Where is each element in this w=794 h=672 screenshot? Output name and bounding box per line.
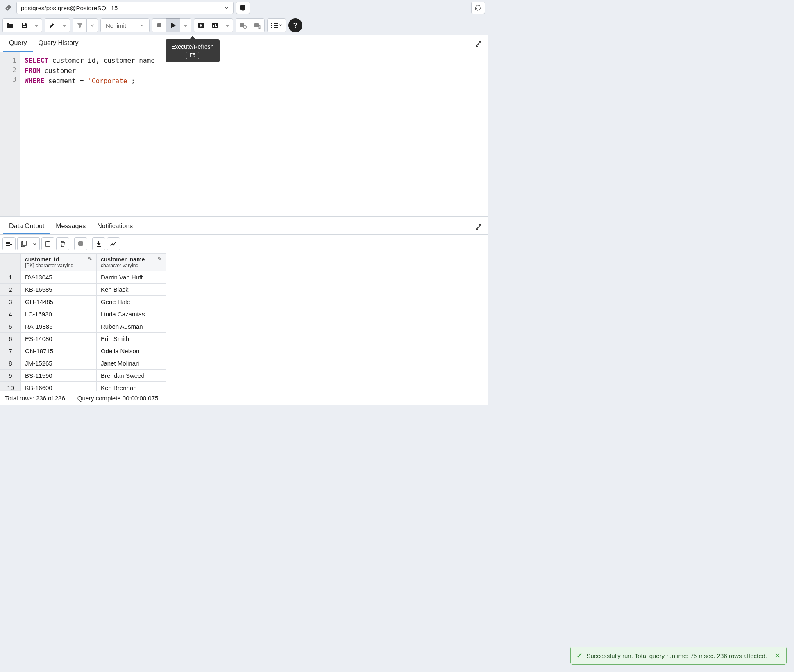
cell[interactable]: Ken Black xyxy=(97,284,166,296)
cell[interactable]: Erin Smith xyxy=(97,333,166,345)
explain-dropdown[interactable] xyxy=(222,18,233,32)
expand-editor-icon[interactable] xyxy=(473,38,484,50)
cell[interactable]: KB-16585 xyxy=(21,284,97,296)
connection-label: postgres/postgres@PostgreSQL 15 xyxy=(21,5,118,11)
copy-group xyxy=(17,237,40,250)
results-panel: Data Output Messages Notifications xyxy=(0,216,488,405)
sql-editor[interactable]: 123 SELECT customer_id, customer_nameFRO… xyxy=(0,52,488,216)
row-number[interactable]: 4 xyxy=(0,308,21,320)
table-row[interactable]: 1DV-13045Darrin Van Huff xyxy=(0,271,166,284)
limit-select[interactable]: No limit xyxy=(100,18,150,32)
connection-select[interactable]: postgres/postgres@PostgreSQL 15 xyxy=(16,2,234,14)
row-number[interactable]: 2 xyxy=(0,284,21,296)
cell[interactable]: Janet Molinari xyxy=(97,357,166,370)
edit-button[interactable] xyxy=(45,18,59,32)
save-dropdown[interactable] xyxy=(31,18,42,32)
transaction-group xyxy=(236,18,265,32)
explain-button[interactable]: E xyxy=(194,18,208,32)
tab-messages[interactable]: Messages xyxy=(50,219,91,234)
commit-button[interactable] xyxy=(236,18,250,32)
svg-rect-3 xyxy=(157,23,161,27)
svg-rect-8 xyxy=(215,24,216,27)
column-header[interactable]: ✎customer_id[PK] character varying xyxy=(21,254,97,271)
results-grid: ✎customer_id[PK] character varying✎custo… xyxy=(0,253,166,391)
graph-button[interactable] xyxy=(107,237,120,250)
table-row[interactable]: 10KB-16600Ken Brennan xyxy=(0,382,166,391)
explain-analyze-button[interactable] xyxy=(208,18,222,32)
row-number[interactable]: 8 xyxy=(0,357,21,370)
open-file-button[interactable] xyxy=(2,18,17,32)
cell[interactable]: ES-14080 xyxy=(21,333,97,345)
limit-label: No limit xyxy=(106,22,126,29)
cell[interactable]: Odella Nelson xyxy=(97,345,166,357)
connection-icon xyxy=(2,2,14,14)
tab-query-history[interactable]: Query History xyxy=(33,35,84,52)
tooltip-shortcut: F5 xyxy=(186,52,199,59)
cell[interactable]: Ruben Ausman xyxy=(97,320,166,333)
row-number[interactable]: 6 xyxy=(0,333,21,345)
table-row[interactable]: 9BS-11590Brendan Sweed xyxy=(0,370,166,382)
execute-dropdown[interactable] xyxy=(180,18,191,32)
table-row[interactable]: 7ON-18715Odella Nelson xyxy=(0,345,166,357)
row-number[interactable]: 1 xyxy=(0,271,21,284)
cell[interactable]: Darrin Van Huff xyxy=(97,271,166,284)
filter-button[interactable] xyxy=(73,18,86,32)
stop-button[interactable] xyxy=(152,18,166,32)
table-row[interactable]: 8JM-15265Janet Molinari xyxy=(0,357,166,370)
table-row[interactable]: 5RA-19885Ruben Ausman xyxy=(0,320,166,333)
save-data-button[interactable] xyxy=(74,237,87,250)
code-area[interactable]: SELECT customer_id, customer_nameFROM cu… xyxy=(20,52,488,216)
macros-button[interactable] xyxy=(267,18,286,32)
help-button[interactable]: ? xyxy=(288,18,302,32)
filter-dropdown[interactable] xyxy=(86,18,98,32)
execute-button[interactable] xyxy=(166,18,180,32)
rollback-button[interactable] xyxy=(250,18,265,32)
add-row-button[interactable] xyxy=(2,237,16,250)
cell[interactable]: GH-14485 xyxy=(21,296,97,308)
paste-button[interactable] xyxy=(41,237,54,250)
column-header[interactable]: ✎customer_namecharacter varying xyxy=(97,254,166,271)
download-button[interactable] xyxy=(92,237,105,250)
edit-column-icon[interactable]: ✎ xyxy=(88,256,92,262)
table-row[interactable]: 3GH-14485Gene Hale xyxy=(0,296,166,308)
cell[interactable]: Linda Cazamias xyxy=(97,308,166,320)
svg-rect-1 xyxy=(23,23,25,25)
cell[interactable]: KB-16600 xyxy=(21,382,97,391)
cell[interactable]: ON-18715 xyxy=(21,345,97,357)
expand-results-icon[interactable] xyxy=(473,221,484,233)
tab-data-output[interactable]: Data Output xyxy=(3,219,50,234)
cell[interactable]: RA-19885 xyxy=(21,320,97,333)
save-button[interactable] xyxy=(17,18,31,32)
cell[interactable]: JM-15265 xyxy=(21,357,97,370)
table-row[interactable]: 6ES-14080Erin Smith xyxy=(0,333,166,345)
table-row[interactable]: 4LC-16930Linda Cazamias xyxy=(0,308,166,320)
cell[interactable]: LC-16930 xyxy=(21,308,97,320)
cell[interactable]: Brendan Sweed xyxy=(97,370,166,382)
edit-column-icon[interactable]: ✎ xyxy=(158,256,162,262)
copy-dropdown[interactable] xyxy=(30,237,40,250)
edit-dropdown[interactable] xyxy=(59,18,70,32)
table-row[interactable]: 2KB-16585Ken Black xyxy=(0,284,166,296)
cell[interactable]: Ken Brennan xyxy=(97,382,166,391)
delete-row-button[interactable] xyxy=(56,237,69,250)
tab-query[interactable]: Query xyxy=(3,35,33,52)
results-grid-scroll[interactable]: ✎customer_id[PK] character varying✎custo… xyxy=(0,253,488,391)
row-number[interactable]: 9 xyxy=(0,370,21,382)
row-number[interactable]: 10 xyxy=(0,382,21,391)
cell[interactable]: DV-13045 xyxy=(21,271,97,284)
results-toolbar xyxy=(0,235,488,253)
active-database-button[interactable] xyxy=(236,2,250,14)
row-number[interactable]: 5 xyxy=(0,320,21,333)
reset-layout-button[interactable] xyxy=(471,2,485,14)
svg-rect-9 xyxy=(216,26,217,27)
line-gutter: 123 xyxy=(0,52,20,216)
cell[interactable]: BS-11590 xyxy=(21,370,97,382)
macro-group xyxy=(267,18,286,32)
cell[interactable]: Gene Hale xyxy=(97,296,166,308)
copy-button[interactable] xyxy=(17,237,30,250)
execute-group xyxy=(152,18,191,32)
row-number[interactable]: 7 xyxy=(0,345,21,357)
line-number: 1 xyxy=(0,56,20,65)
tab-notifications[interactable]: Notifications xyxy=(91,219,138,234)
row-number[interactable]: 3 xyxy=(0,296,21,308)
